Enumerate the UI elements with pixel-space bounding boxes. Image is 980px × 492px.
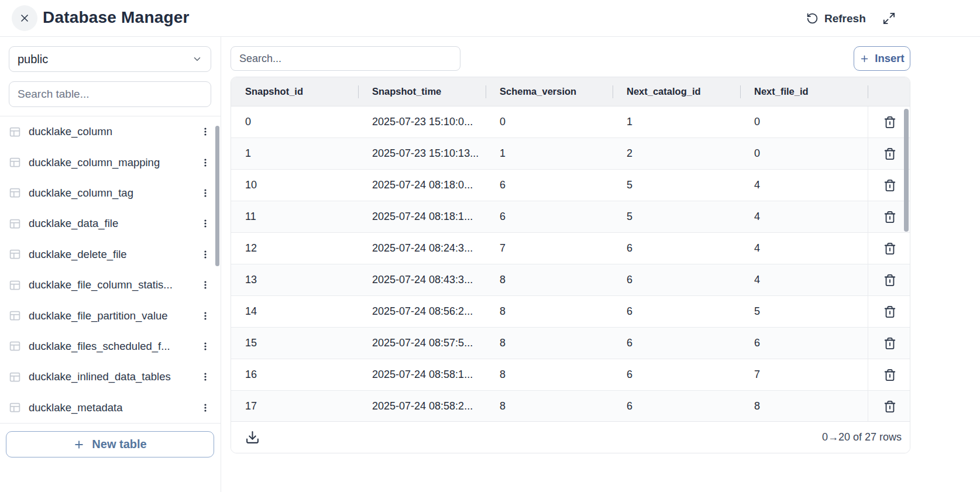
kebab-menu-icon[interactable]	[200, 309, 211, 323]
trash-icon	[883, 116, 896, 129]
delete-row-button[interactable]	[881, 113, 899, 131]
table-row: 15 2025-07-24 08:57:5... 8 6 6	[231, 328, 910, 359]
cell-snapshot-time: 2025-07-24 08:24:3...	[358, 233, 486, 264]
search-input[interactable]	[231, 46, 460, 71]
delete-row-button[interactable]	[881, 177, 899, 194]
fullscreen-button[interactable]	[879, 9, 898, 27]
cell-snapshot-id: 1	[231, 138, 358, 169]
schema-select[interactable]: public	[9, 46, 211, 72]
row-actions	[868, 296, 910, 327]
sidebar-table-item[interactable]: ducklake_metadata	[0, 393, 221, 423]
cell-schema-version: 6	[486, 170, 613, 201]
cell-next-file-id: 4	[740, 264, 868, 295]
sidebar-table-item[interactable]: ducklake_files_scheduled_f...	[0, 331, 221, 362]
column-header[interactable]: Snapshot_id	[231, 77, 358, 106]
table-header-row: Snapshot_idSnapshot_timeSchema_versionNe…	[231, 77, 910, 106]
sidebar-divider	[0, 423, 221, 424]
delete-row-button[interactable]	[881, 335, 899, 352]
sidebar-table-item[interactable]: ducklake_file_partition_value	[0, 300, 221, 331]
delete-row-button[interactable]	[881, 398, 899, 415]
sidebar-table-item[interactable]: ducklake_file_column_statis...	[0, 270, 221, 300]
cell-next-catalog-id: 6	[613, 328, 740, 359]
top-bar: Database Manager Refresh	[0, 0, 980, 37]
cell-next-catalog-id: 5	[613, 170, 740, 201]
delete-row-button[interactable]	[881, 208, 899, 226]
kebab-menu-icon[interactable]	[200, 125, 211, 139]
kebab-menu-icon[interactable]	[200, 278, 211, 292]
kebab-menu-icon[interactable]	[200, 186, 211, 200]
table-name: ducklake_data_file	[29, 217, 200, 230]
cell-next-file-id: 6	[740, 328, 868, 359]
delete-row-button[interactable]	[881, 145, 899, 163]
kebab-menu-icon[interactable]	[200, 216, 211, 230]
row-actions	[868, 391, 910, 422]
kebab-menu-icon[interactable]	[200, 401, 211, 415]
cell-snapshot-id: 14	[231, 296, 358, 327]
column-header[interactable]: Snapshot_time	[358, 77, 486, 106]
table-row: 0 2025-07-23 15:10:0... 0 1 0	[231, 106, 910, 138]
column-header[interactable]: Schema_version	[486, 77, 613, 106]
kebab-menu-icon[interactable]	[200, 370, 211, 384]
kebab-menu-icon[interactable]	[200, 339, 211, 353]
delete-row-button[interactable]	[881, 366, 899, 384]
schema-select-value: public	[18, 53, 192, 66]
cell-snapshot-time: 2025-07-24 08:18:1...	[358, 201, 486, 232]
column-header[interactable]: Next_file_id	[740, 77, 868, 106]
delete-row-button[interactable]	[881, 271, 899, 289]
column-header-actions	[868, 77, 910, 106]
cell-next-file-id: 0	[740, 138, 868, 169]
table-icon	[9, 340, 21, 352]
sidebar-table-item[interactable]: ducklake_column_tag	[0, 178, 221, 208]
new-table-button[interactable]: New table	[6, 431, 214, 457]
fullscreen-icon	[882, 12, 896, 25]
sidebar-table-item[interactable]: ducklake_column	[0, 116, 221, 147]
table-row: 13 2025-07-24 08:43:3... 8 6 4	[231, 264, 910, 296]
table-row: 17 2025-07-24 08:58:2... 8 6 8	[231, 391, 910, 422]
cell-next-catalog-id: 6	[613, 391, 740, 422]
kebab-menu-icon[interactable]	[200, 156, 211, 170]
cell-schema-version: 7	[486, 233, 613, 264]
cell-snapshot-time: 2025-07-24 08:58:1...	[358, 359, 486, 390]
sidebar-scrollbar[interactable]	[215, 126, 219, 266]
trash-icon	[883, 147, 896, 160]
sidebar-table-item[interactable]: ducklake_column_mapping	[0, 147, 221, 177]
insert-button[interactable]: Insert	[854, 46, 910, 71]
table-name: ducklake_column_mapping	[29, 156, 200, 169]
table-name: ducklake_delete_file	[29, 248, 200, 261]
cell-next-catalog-id: 6	[613, 233, 740, 264]
sidebar-table-item[interactable]: ducklake_data_file	[0, 208, 221, 239]
delete-row-button[interactable]	[881, 303, 899, 321]
trash-icon	[883, 400, 896, 413]
plus-icon	[73, 439, 85, 450]
table-footer: 0→20 of 27 rows	[231, 421, 910, 453]
delete-row-button[interactable]	[881, 240, 899, 257]
close-button[interactable]	[12, 5, 37, 31]
trash-icon	[883, 337, 896, 350]
cell-next-file-id: 4	[740, 201, 868, 232]
table-name: ducklake_inlined_data_tables	[29, 370, 200, 383]
sidebar-table-list: ducklake_column ducklake_column_mapping …	[0, 116, 221, 423]
cell-next-file-id: 5	[740, 296, 868, 327]
cell-snapshot-id: 17	[231, 391, 358, 422]
sidebar-table-item[interactable]: ducklake_inlined_data_tables	[0, 362, 221, 392]
cell-schema-version: 0	[486, 106, 613, 137]
table-icon	[9, 187, 21, 199]
table-scrollbar[interactable]	[904, 109, 909, 232]
cell-snapshot-id: 15	[231, 328, 358, 359]
cell-next-file-id: 4	[740, 233, 868, 264]
cell-next-catalog-id: 5	[613, 201, 740, 232]
chevron-down-icon	[192, 54, 202, 64]
sidebar-table-item[interactable]: ducklake_delete_file	[0, 239, 221, 270]
table-search-input[interactable]	[9, 81, 211, 107]
column-header[interactable]: Next_catalog_id	[613, 77, 740, 106]
cell-next-catalog-id: 2	[613, 138, 740, 169]
refresh-button[interactable]: Refresh	[806, 0, 866, 37]
kebab-menu-icon[interactable]	[200, 247, 211, 262]
table-name: ducklake_metadata	[29, 401, 200, 414]
cell-next-file-id: 8	[740, 391, 868, 422]
table-row: 1 2025-07-23 15:10:13... 1 2 0	[231, 138, 910, 170]
cell-schema-version: 8	[486, 328, 613, 359]
download-button[interactable]	[244, 429, 261, 446]
table-icon	[9, 126, 21, 138]
cell-snapshot-time: 2025-07-24 08:18:0...	[358, 170, 486, 201]
